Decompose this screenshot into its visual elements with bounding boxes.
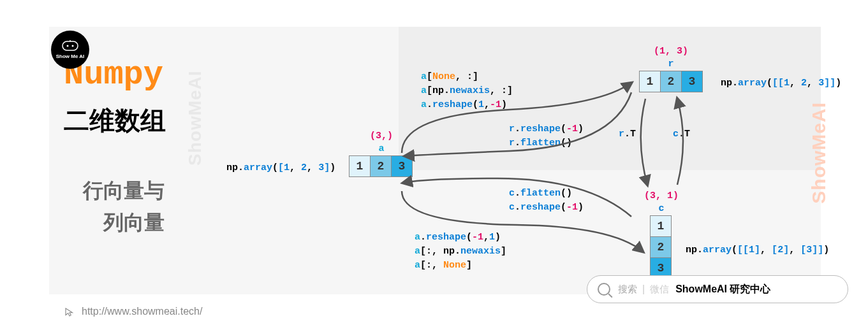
logo-text: Show Me AI (56, 54, 85, 59)
array-c: 1 2 3 (651, 216, 672, 279)
svg-point-2 (72, 45, 74, 47)
logo-face-icon (61, 40, 79, 55)
cell: 3 (681, 71, 703, 92)
watermark-left: ShowMeAI (185, 70, 205, 166)
code-r-to-a: r.reshape(-1) r.flatten() (509, 122, 584, 150)
url-text: http://www.showmeai.tech/ (82, 306, 202, 317)
cell: 2 (370, 155, 392, 177)
code-c-to-a: c.flatten() c.reshape(-1) (509, 187, 584, 215)
cell: 1 (650, 215, 672, 237)
code-cT: c.T (673, 127, 690, 141)
title-col-vector: 列向量 (103, 209, 165, 237)
search-wx: 微信 (650, 283, 669, 296)
var-r: r (639, 59, 703, 69)
shape-c: (3, 1) (639, 190, 684, 201)
code-a-to-c: a.reshape(-1,1) a[:, np.newaxis] a[:, No… (415, 231, 506, 272)
cell: 1 (349, 155, 371, 177)
cell: 2 (660, 71, 682, 92)
title-row-vector: 行向量与 (83, 177, 165, 205)
code-a-to-r: a[None, :] a[np.newaxis, :] a.reshape(1,… (421, 70, 513, 111)
shape-r: (1, 3) (639, 46, 703, 57)
cell: 2 (650, 236, 672, 258)
search-main: ShowMeAI 研究中心 (675, 283, 770, 296)
separator: | (642, 283, 645, 295)
code-r-array: np.array([[1, 2, 3]]) (721, 76, 841, 90)
cell: 1 (639, 71, 661, 92)
code-a-array: np.array([1, 2, 3]) (226, 161, 335, 175)
shape-a: (3,) (349, 131, 413, 141)
code-c-array: np.array([[1], [2], [3]]) (686, 243, 829, 257)
search-hint: 搜索 (618, 283, 637, 296)
footer-url: http://www.showmeai.tech/ (64, 306, 202, 318)
svg-rect-0 (63, 41, 78, 50)
logo-badge: Show Me AI (51, 31, 89, 69)
array-a: 1 2 3 (349, 156, 413, 177)
cell: 3 (391, 155, 413, 177)
search-icon (598, 283, 610, 296)
var-a: a (349, 143, 413, 154)
watermark-right: ShowMeAI (808, 102, 830, 204)
array-r: 1 2 3 (640, 71, 703, 92)
search-box[interactable]: 搜索 | 微信 ShowMeAI 研究中心 (587, 275, 848, 303)
title-subtitle: 二维数组 (64, 103, 166, 138)
cursor-icon (64, 306, 75, 318)
code-rT: r.T (619, 127, 636, 141)
var-c: c (639, 203, 684, 214)
svg-point-1 (67, 45, 69, 47)
